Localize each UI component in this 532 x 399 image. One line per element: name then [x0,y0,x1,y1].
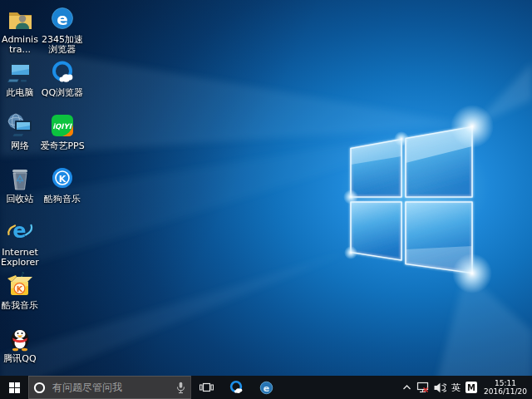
start-button[interactable] [0,376,28,399]
icon-label: 此电脑 [7,88,34,98]
tray-volume[interactable] [434,376,446,399]
speaker-icon [434,382,446,393]
icon-label: Administra... [0,35,40,55]
chevron-up-icon [402,384,411,391]
svg-text:e: e [263,382,269,393]
taskbar-qq-browser-button[interactable] [221,376,251,399]
svg-text:iQIYI: iQIYI [52,122,71,131]
desktop-icon-2345-browser[interactable]: e 2345加速浏览器 [37,5,87,55]
system-tray: 英 M 15:11 2016/11/20 [402,376,532,399]
network-disconnected-icon [416,382,430,394]
desktop-icon-recycle-bin[interactable]: 回收站 [0,165,40,204]
network-icon [6,111,34,140]
taskbar-clock[interactable]: 15:11 2016/11/20 [481,379,530,396]
svg-text:♪: ♪ [20,271,24,278]
qq-browser-taskbar-icon [228,379,244,396]
desktop-icon-network[interactable]: 网络 [0,111,40,151]
icon-label: 酷狗音乐 [44,195,81,204]
desktop-icon-iqiyi-pps[interactable]: iQIYI 爱奇艺PPS [37,111,87,151]
user-folder-icon [6,5,34,33]
kuwo-music-icon: K ♪ [6,271,34,299]
clock-date: 2016/11/20 [481,387,530,396]
desktop-icon-administrator[interactable]: Administra... [0,5,40,55]
tray-network-status[interactable] [416,376,430,399]
clock-time: 15:11 [481,379,530,387]
internet-explorer-icon: e [6,218,34,246]
icon-label: 回收站 [7,195,34,204]
2345-browser-taskbar-icon: e [259,380,274,396]
tray-show-hidden-icons[interactable] [402,376,411,399]
icon-label: 酷我音乐 [2,301,38,311]
desktop-icon-internet-explorer[interactable]: e Internet Explorer [0,218,40,268]
icon-label: 腾讯QQ [3,354,36,364]
qq-browser-icon [48,58,76,86]
task-view-button[interactable] [191,376,221,399]
task-view-icon [200,382,214,393]
this-pc-icon [6,58,34,86]
tencent-qq-icon [6,324,34,352]
desktop-icon-qq-browser[interactable]: QQ浏览器 [37,58,87,98]
taskbar-2345-browser-button[interactable]: e [251,376,281,399]
2345-browser-icon: e [48,5,76,33]
desktop-icon-tencent-qq[interactable]: 腾讯QQ [0,324,40,364]
taskbar: e 英 M [0,376,532,399]
icon-label: QQ浏览器 [42,88,83,98]
desktop-icon-this-pc[interactable]: 此电脑 [0,58,40,98]
svg-text:K: K [17,284,23,293]
icon-label: Internet Explorer [0,248,40,268]
icon-label: 2345加速浏览器 [37,35,87,55]
ime-mode-icon: M [466,382,477,393]
taskbar-search-box[interactable] [28,376,191,399]
kugou-music-icon: K [48,165,76,193]
windows-start-icon [9,382,20,393]
svg-text:e: e [57,9,68,29]
svg-text:K: K [59,174,66,185]
tray-ime-indicator[interactable]: M [466,376,477,399]
recycle-bin-icon [6,165,34,193]
tray-language-indicator[interactable]: 英 [451,376,461,399]
desktop-icon-kuwo-music[interactable]: K ♪ 酷我音乐 [0,271,40,311]
icon-label: 网络 [11,141,29,151]
desktop-icon-kugou-music[interactable]: K 酷狗音乐 [37,165,87,204]
icon-label: 爱奇艺PPS [40,141,84,151]
iqiyi-pps-icon: iQIYI [48,111,76,140]
svg-text:e: e [12,219,26,243]
microphone-icon[interactable] [176,382,185,394]
cortana-icon [33,382,46,394]
search-input[interactable] [51,381,176,394]
